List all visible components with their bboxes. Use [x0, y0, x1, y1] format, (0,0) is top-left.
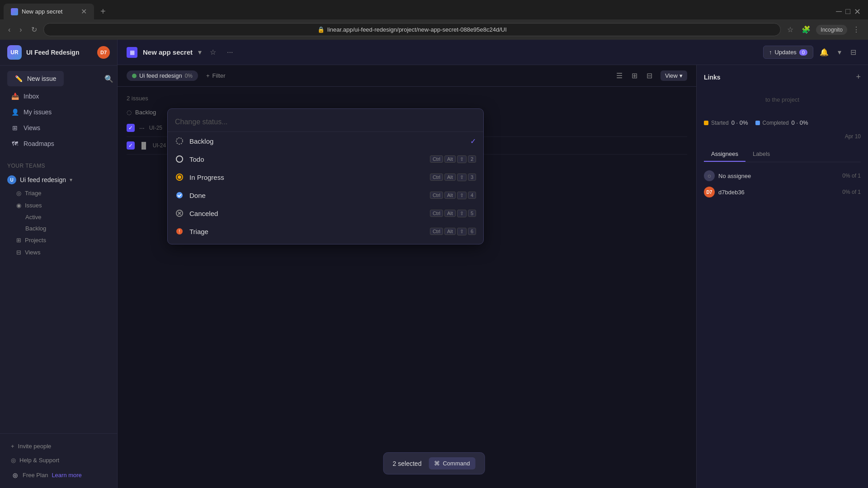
notifications-button[interactable]: 🔔 [817, 45, 831, 59]
backlog-status-icon [175, 136, 184, 145]
add-link-button[interactable]: + [856, 72, 861, 82]
gantt-view-button[interactable]: ⊟ [643, 70, 656, 82]
new-issue-button[interactable]: ✏️ New issue [7, 71, 64, 86]
sidebar-toggle-button[interactable]: ⊟ [848, 45, 859, 59]
list-view-button[interactable]: ☰ [613, 70, 626, 82]
status-option-backlog[interactable]: Backlog ✓ [168, 132, 483, 150]
done-shortcut: Ctrl Alt ⇧ 4 [430, 192, 476, 199]
started-dot [704, 121, 708, 125]
updates-button[interactable]: ↑ Updates 0 [763, 46, 813, 59]
extensions-button[interactable]: 🧩 [799, 23, 813, 36]
no-assignee-progress: 0% of 1 [842, 173, 861, 179]
sidebar-issues-backlog[interactable]: Backlog [0, 223, 117, 234]
projects-label: Projects [25, 237, 46, 244]
selected-count: 2 selected [393, 460, 422, 467]
cancelled-option-label: Canceled [189, 210, 425, 217]
status-option-cancelled[interactable]: Canceled Ctrl Alt ⇧ 5 [168, 204, 483, 222]
forward-button[interactable]: › [17, 24, 24, 36]
filter-button[interactable]: + Filter [203, 70, 229, 81]
new-tab-button[interactable]: + [96, 4, 110, 19]
status-icon-backlog: ··· [139, 124, 145, 131]
issues-icon: ◉ [16, 202, 21, 209]
no-assignee-name: No assignee [718, 173, 839, 179]
issue-checkbox-1[interactable]: ✓ [127, 124, 135, 132]
header-actions: ↑ Updates 0 🔔 ▾ ⊟ [763, 45, 859, 59]
todo-status-icon [175, 155, 184, 164]
status-search-input[interactable]: Change status... [168, 113, 483, 132]
filter-label: Filter [212, 72, 226, 79]
tab-close-button[interactable]: ✕ [81, 7, 87, 16]
incognito-badge[interactable]: Incognito [816, 25, 847, 35]
new-issue-icon: ✏️ [14, 75, 23, 83]
stats-row: Started 0 · 0% Completed 0 · 0% [704, 119, 861, 126]
todo-option-label: Todo [189, 155, 425, 163]
minimize-button[interactable]: ─ [836, 7, 842, 17]
sidebar-subitem-triage[interactable]: ◎ Triage [0, 187, 117, 199]
project-tag[interactable]: Ui feed redesign 0% [127, 70, 198, 81]
updates-badge: 0 [799, 49, 807, 56]
command-label: Command [443, 460, 470, 467]
tab-labels[interactable]: Labels [745, 147, 777, 162]
roadmaps-label: Roadmaps [24, 140, 54, 147]
no-assignee-icon: ○ [708, 172, 711, 179]
maximize-button[interactable]: □ [845, 7, 850, 17]
user-avatar[interactable]: D7 [97, 46, 110, 59]
address-bar[interactable]: 🔒 linear.app/ui-feed-redesign/project/ne… [43, 23, 781, 36]
shift-key-3: ⇧ [457, 192, 467, 199]
teams-section-label: Your teams [0, 155, 117, 173]
svg-text:!: ! [179, 229, 180, 234]
sidebar-subitem-views-team[interactable]: ⊟ Views [0, 246, 117, 258]
learn-more-button[interactable]: Learn more [52, 472, 81, 479]
triage-shortcut: Ctrl Alt ⇧ 6 [430, 228, 476, 235]
command-button[interactable]: ⌘ Command [429, 457, 475, 469]
main-header: ▦ New app secret ▾ ☆ ··· ↑ Updates 0 🔔 ▾… [118, 40, 868, 65]
menu-button[interactable]: ⋮ [850, 23, 863, 36]
sidebar-item-views[interactable]: ⊞ Views [4, 120, 113, 136]
browser-chrome: New app secret ✕ + ─ □ ✕ ‹ › ↻ 🔒 linear.… [0, 0, 868, 40]
help-support-button[interactable]: ◎ Help & Support [4, 453, 113, 467]
sidebar-bottom: + Invite people ◎ Help & Support ◎ Free … [0, 433, 117, 488]
status-option-in-progress[interactable]: In Progress Ctrl Alt ⇧ 3 [168, 168, 483, 186]
plan-icon: ◎ [11, 471, 19, 479]
assignee-avatar-text: D7 [707, 190, 712, 195]
ctrl-key-3: Ctrl [430, 192, 443, 199]
invite-people-button[interactable]: + Invite people [4, 439, 113, 453]
status-option-done[interactable]: Done Ctrl Alt ⇧ 4 [168, 186, 483, 204]
cancelled-shortcut: Ctrl Alt ⇧ 5 [430, 210, 476, 217]
more-options-button[interactable]: ··· [224, 46, 236, 59]
sidebar-subitem-issues[interactable]: ◉ Issues [0, 199, 117, 211]
project-tag-name: Ui feed redesign [139, 72, 182, 79]
plan-label: Free Plan [23, 472, 48, 479]
bookmark-button[interactable]: ☆ [784, 23, 796, 36]
grid-view-button[interactable]: ⊞ [628, 70, 641, 82]
team-item[interactable]: U Ui feed redesign ▾ [0, 173, 117, 187]
star-button[interactable]: ☆ [207, 45, 219, 59]
sidebar-item-my-issues[interactable]: 👤 My issues [4, 104, 113, 120]
project-dropdown-icon[interactable]: ▾ [198, 48, 202, 56]
view-select[interactable]: View ▾ [660, 70, 687, 81]
done-status-icon [175, 191, 184, 200]
status-option-triage[interactable]: ! Triage Ctrl Alt ⇧ 6 [168, 222, 483, 240]
sidebar-item-inbox[interactable]: 📥 Inbox [4, 89, 113, 104]
plan-section: ◎ Free Plan Learn more [4, 467, 113, 483]
sidebar-issues-active[interactable]: Active [0, 211, 117, 223]
search-button[interactable]: 🔍 [104, 75, 113, 83]
backlog-option-label: Backlog [189, 137, 465, 145]
browser-tab-active[interactable]: New app secret ✕ [4, 4, 94, 19]
no-assignee-avatar: ○ [704, 170, 715, 181]
refresh-button[interactable]: ↻ [28, 23, 40, 36]
projects-icon: ⊞ [16, 237, 21, 244]
assignee-progress: 0% of 1 [842, 189, 861, 195]
close-browser-button[interactable]: ✕ [854, 7, 861, 17]
status-dropdown[interactable]: Change status... Backlog ✓ Todo Ctrl Alt… [167, 108, 484, 244]
back-button[interactable]: ‹ [5, 24, 13, 36]
chevron-down-button[interactable]: ▾ [835, 45, 844, 59]
tab-assignees[interactable]: Assignees [704, 147, 745, 162]
todo-shortcut: Ctrl Alt ⇧ 2 [430, 155, 476, 163]
invite-icon: + [11, 443, 14, 450]
issue-checkbox-2[interactable]: ✓ [127, 141, 135, 150]
completed-dot [755, 121, 760, 125]
status-option-todo[interactable]: Todo Ctrl Alt ⇧ 2 [168, 150, 483, 168]
sidebar-subitem-projects[interactable]: ⊞ Projects [0, 234, 117, 246]
sidebar-item-roadmaps[interactable]: 🗺 Roadmaps [4, 136, 113, 151]
